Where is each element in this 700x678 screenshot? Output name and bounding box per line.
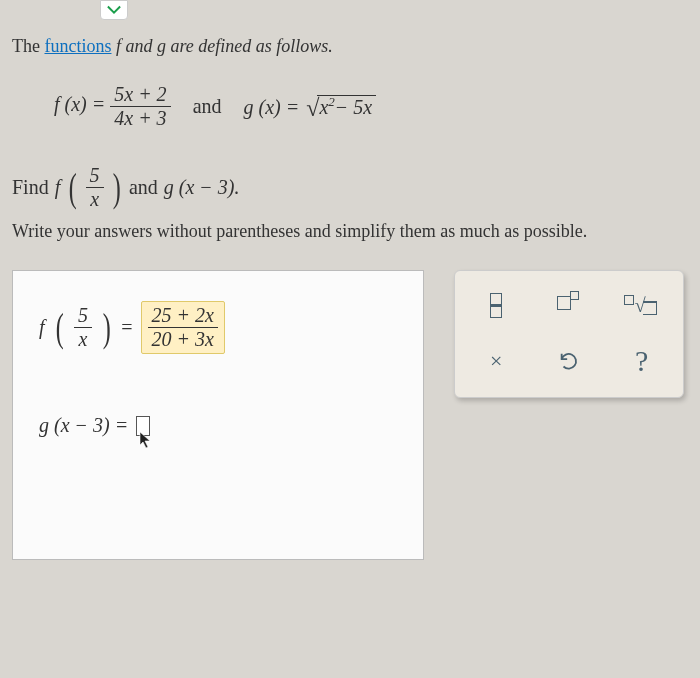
instruction-text: Write your answers without parentheses a… <box>12 221 688 242</box>
answer-f-input[interactable]: 25 + 2x 20 + 3x <box>141 301 225 354</box>
answer-box: f ( 5 x ) = 25 + 2x 20 + 3x <box>12 270 424 560</box>
exponent-tool[interactable] <box>538 281 600 329</box>
undo-icon <box>558 350 580 372</box>
definitions: f (x) = 5x + 2 4x + 3 and g (x) = x2− 5x <box>54 83 688 130</box>
intro-text: The functions f and g are defined as fol… <box>12 36 688 57</box>
help-button[interactable]: ? <box>611 337 673 385</box>
task-line: Find f ( 5 x ) and g (x − 3). <box>12 164 688 211</box>
fraction-tool[interactable] <box>465 281 527 329</box>
answer-g-input[interactable] <box>136 416 150 436</box>
nth-root-tool[interactable]: √ <box>611 281 673 329</box>
functions-link[interactable]: functions <box>44 36 111 56</box>
undo-button[interactable] <box>538 337 600 385</box>
answer-f-row: f ( 5 x ) = 25 + 2x 20 + 3x <box>39 301 397 354</box>
clear-button[interactable]: × <box>465 337 527 385</box>
answer-g-row: g (x − 3) = <box>39 414 397 437</box>
dropdown-chevron[interactable] <box>100 0 128 20</box>
g-definition: g (x) = x2− 5x <box>244 93 377 120</box>
math-toolbox: √ × ? <box>454 270 684 398</box>
question-content: The functions f and g are defined as fol… <box>12 36 688 560</box>
f-definition: f (x) = 5x + 2 4x + 3 <box>54 83 171 130</box>
cursor-icon <box>139 431 153 449</box>
